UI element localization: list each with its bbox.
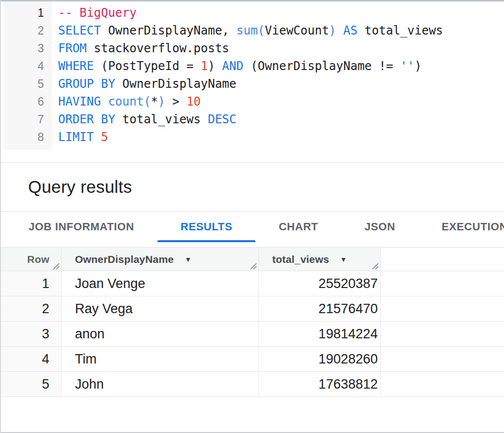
total-views-cell: 17638812 — [259, 372, 381, 397]
line-number: 2 — [3, 22, 44, 39]
total-views-cell: 19028260 — [259, 347, 381, 371]
empty-area — [1, 397, 504, 432]
filler-cell — [381, 296, 504, 321]
code-token: ViewCount — [265, 24, 329, 37]
code-token: AS — [343, 24, 358, 37]
column-dropdown-arrow-icon[interactable]: ▼ — [340, 256, 347, 263]
code-token: count( — [108, 95, 151, 108]
row-number-cell: 4 — [1, 347, 62, 371]
code-token: ) — [208, 59, 222, 73]
code-token: SELECT — [58, 24, 101, 37]
owner-name-cell: Tim — [62, 347, 259, 371]
code-token: WHERE — [58, 59, 94, 73]
filler-cell — [381, 347, 504, 371]
table-row: 5John17638812 — [1, 372, 504, 397]
code-token: 1 — [201, 59, 208, 73]
code-token: ) — [329, 24, 336, 37]
row-number-cell: 1 — [1, 271, 62, 296]
code-token: ORDER BY — [58, 112, 115, 126]
owner-name-cell: Ray Vega — [62, 296, 259, 321]
query-results-title: Query results — [28, 177, 132, 197]
code-token: * — [151, 95, 158, 108]
column-label-ownerdisplayname: OwnerDisplayName — [75, 253, 174, 265]
column-resize-grip-icon[interactable] — [370, 261, 379, 270]
column-dropdown-arrow-icon[interactable]: ▼ — [184, 256, 191, 263]
query-results-header: Query results — [1, 163, 504, 212]
line-number: 4 — [3, 57, 44, 75]
total-views-cell: 21576470 — [259, 296, 381, 321]
total-views-cell: 25520387 — [259, 271, 381, 296]
line-number: 3 — [3, 39, 44, 57]
owner-name-cell: John — [62, 372, 259, 397]
column-resize-grip-icon[interactable] — [51, 261, 60, 270]
code-token: sum( — [236, 24, 265, 37]
code-token: total_views — [115, 112, 208, 126]
editor-code[interactable]: -- BigQuerySELECT OwnerDisplayName, sum(… — [52, 1, 504, 146]
code-token: LIMIT — [58, 130, 94, 144]
tab-json[interactable]: JSON — [341, 212, 418, 242]
code-token: AND — [222, 59, 243, 73]
code-token: OwnerDisplayName — [115, 77, 237, 91]
code-line: -- BigQuery — [58, 4, 504, 22]
tab-results[interactable]: RESULTS — [157, 212, 255, 242]
code-token — [101, 95, 108, 108]
code-token: (OwnerDisplayName != — [244, 59, 400, 73]
total-views-cell: 19814224 — [259, 322, 381, 346]
tab-execution-details[interactable]: EXECUTION DETAILS — [418, 212, 504, 242]
code-line: HAVING count(*) > 10 — [58, 93, 504, 110]
row-number-cell: 2 — [1, 296, 62, 321]
code-line: ORDER BY total_views DESC — [58, 110, 504, 128]
code-token: > — [165, 95, 186, 108]
code-token: ) — [158, 95, 165, 108]
code-token: total_views — [358, 24, 443, 37]
code-token: DESC — [208, 112, 236, 126]
code-token: '' — [400, 59, 415, 73]
line-number: 1 — [3, 4, 44, 22]
code-token: ) — [415, 59, 422, 73]
column-resize-grip-icon[interactable] — [249, 261, 257, 270]
table-header-row: Row OwnerDisplayName ▼ total_views ▼ — [1, 248, 504, 271]
tab-chart[interactable]: CHART — [255, 212, 341, 242]
row-number-cell: 5 — [1, 372, 62, 397]
code-token: -- BigQuery — [58, 6, 137, 20]
column-label-row: Row — [27, 253, 49, 265]
table-body: 1Joan Venge255203872Ray Vega215764703ano… — [1, 271, 504, 397]
owner-name-cell: anon — [62, 322, 259, 346]
table-row: 1Joan Venge25520387 — [1, 271, 504, 296]
tab-job-information[interactable]: JOB INFORMATION — [5, 212, 157, 242]
code-line: GROUP BY OwnerDisplayName — [58, 75, 504, 93]
line-number: 8 — [3, 128, 44, 146]
filler-cell — [381, 271, 504, 296]
filler-cell — [381, 372, 504, 397]
sql-editor[interactable]: 12345678 -- BigQuerySELECT OwnerDisplayN… — [1, 1, 504, 163]
line-number: 7 — [3, 110, 44, 128]
code-token: FROM — [58, 41, 87, 55]
results-table: Row OwnerDisplayName ▼ total_views ▼ — [1, 247, 504, 397]
header-cell-ownerdisplayname[interactable]: OwnerDisplayName ▼ — [62, 248, 259, 271]
code-token: HAVING — [58, 95, 101, 108]
code-token: OwnerDisplayName, — [101, 24, 237, 37]
table-row: 3anon19814224 — [1, 322, 504, 347]
code-line: LIMIT 5 — [58, 128, 504, 146]
tab-bar: JOB INFORMATIONRESULTSCHARTJSONEXECUTION… — [1, 212, 504, 242]
row-number-cell: 3 — [1, 322, 62, 346]
code-token: stackoverflow.posts — [87, 41, 229, 55]
line-number: 5 — [3, 75, 44, 93]
bigquery-query-panel: 12345678 -- BigQuerySELECT OwnerDisplayN… — [0, 0, 504, 433]
filler-cell — [381, 322, 504, 346]
table-row: 4Tim19028260 — [1, 347, 504, 372]
table-row: 2Ray Vega21576470 — [1, 296, 504, 322]
code-line: WHERE (PostTypeId = 1) AND (OwnerDisplay… — [58, 57, 504, 75]
code-line: FROM stackoverflow.posts — [58, 39, 504, 57]
code-token: 10 — [186, 95, 201, 108]
code-token — [336, 24, 343, 37]
line-number: 6 — [3, 93, 44, 110]
header-cell-total-views[interactable]: total_views ▼ — [259, 248, 381, 271]
header-cell-row[interactable]: Row — [1, 248, 62, 271]
owner-name-cell: Joan Venge — [62, 271, 259, 296]
code-token: GROUP BY — [58, 77, 115, 91]
header-cell-filler — [381, 248, 504, 271]
code-token: 5 — [101, 130, 108, 144]
code-token — [94, 130, 101, 144]
code-line: SELECT OwnerDisplayName, sum(ViewCount) … — [58, 22, 504, 39]
